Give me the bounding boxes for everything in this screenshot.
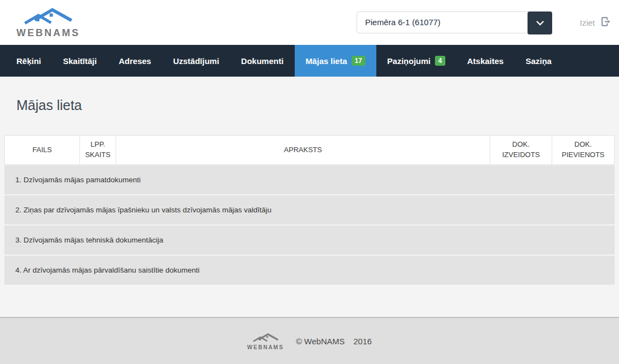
nav-item-pazinojumi[interactable]: Paziņojumi 4 (376, 45, 456, 77)
webnams-logo-icon (22, 6, 74, 27)
table-row-1[interactable]: 1. Dzīvojamās mājas pamatdokumenti (4, 165, 615, 194)
building-select-toggle-button[interactable] (528, 11, 552, 34)
column-header-lpp-skaits: LPP. SKAITS (80, 136, 116, 164)
nav-item-atskaites[interactable]: Atskaites (456, 45, 515, 77)
column-header-apraksts: APRAKSTS (116, 136, 490, 164)
documents-table: FAILS LPP. SKAITS APRAKSTS DOK. IZVEIDOT… (4, 135, 615, 285)
nav-item-label: Atskaites (467, 56, 504, 66)
nav-item-majas-lieta[interactable]: Mājas lieta 17 (295, 45, 376, 77)
webnams-footer-logo-icon (251, 332, 280, 344)
footer-year: 2016 (353, 337, 371, 346)
top-header: WEBNAMS Piemēra 6-1 (61077) Iziet (0, 0, 619, 45)
nav-item-adreses[interactable]: Adreses (108, 45, 162, 77)
nav-item-label: Uzstādījumi (173, 56, 219, 66)
nav-item-label: Rēķini (16, 56, 41, 66)
footer-copyright: © WebNAMS (296, 337, 345, 346)
pazinojumi-count-badge: 4 (435, 56, 445, 66)
header-right-group: Piemēra 6-1 (61077) Iziet (357, 11, 611, 33)
logout-icon (600, 16, 611, 30)
table-header-row: FAILS LPP. SKAITS APRAKSTS DOK. IZVEIDOT… (4, 135, 615, 165)
column-header-dok-izveidots: DOK. IZVEIDOTS (490, 136, 552, 164)
footer-logo-wordmark: WEBNAMS (247, 344, 284, 350)
column-header-fails: FAILS (5, 136, 80, 164)
footer-logo: WEBNAMS (247, 332, 284, 350)
main-content: Mājas lieta FAILS LPP. SKAITS APRAKSTS D… (0, 77, 619, 317)
nav-item-label: Adreses (119, 56, 151, 66)
main-nav: Rēķini Skaitītāji Adreses Uzstādījumi Do… (0, 45, 619, 77)
nav-item-uzstadijumi[interactable]: Uzstādījumi (162, 45, 230, 77)
nav-item-sazina[interactable]: Saziņa (514, 45, 563, 77)
nav-item-label: Skaitītāji (63, 56, 97, 66)
nav-item-label: Dokumenti (241, 56, 284, 66)
majas-lieta-count-badge: 17 (352, 56, 365, 66)
page-title: Mājas lieta (16, 97, 619, 113)
nav-item-label: Saziņa (525, 56, 552, 66)
chevron-down-icon (536, 19, 544, 27)
column-header-dok-pievienots: DOK. PIEVIENOTS (552, 136, 614, 164)
nav-item-label: Paziņojumi (387, 56, 431, 66)
nav-item-rekini[interactable]: Rēķini (5, 45, 52, 77)
table-row-3[interactable]: 3. Dzīvojamās mājas tehniskā dokumentāci… (4, 226, 615, 255)
nav-item-dokumenti[interactable]: Dokumenti (230, 45, 295, 77)
logout-label: Iziet (580, 18, 595, 27)
footer: WEBNAMS © WebNAMS 2016 (0, 317, 619, 364)
table-row-2[interactable]: 2. Ziņas par dzīvojamās mājas īpašnieku … (4, 195, 615, 224)
table-row-4[interactable]: 4. Ar dzīvojamās mājas pārvaldīšanu sais… (4, 256, 615, 285)
table-body: 1. Dzīvojamās mājas pamatdokumenti 2. Zi… (4, 165, 615, 285)
logo-wordmark: WEBNAMS (16, 27, 80, 39)
logout-link[interactable]: Iziet (580, 16, 611, 30)
nav-item-skaititaji[interactable]: Skaitītāji (52, 45, 108, 77)
webnams-logo[interactable]: WEBNAMS (16, 6, 80, 39)
building-select-value: Piemēra 6-1 (61077) (357, 12, 552, 33)
building-select[interactable]: Piemēra 6-1 (61077) (357, 11, 552, 33)
nav-item-label: Mājas lieta (306, 56, 347, 66)
